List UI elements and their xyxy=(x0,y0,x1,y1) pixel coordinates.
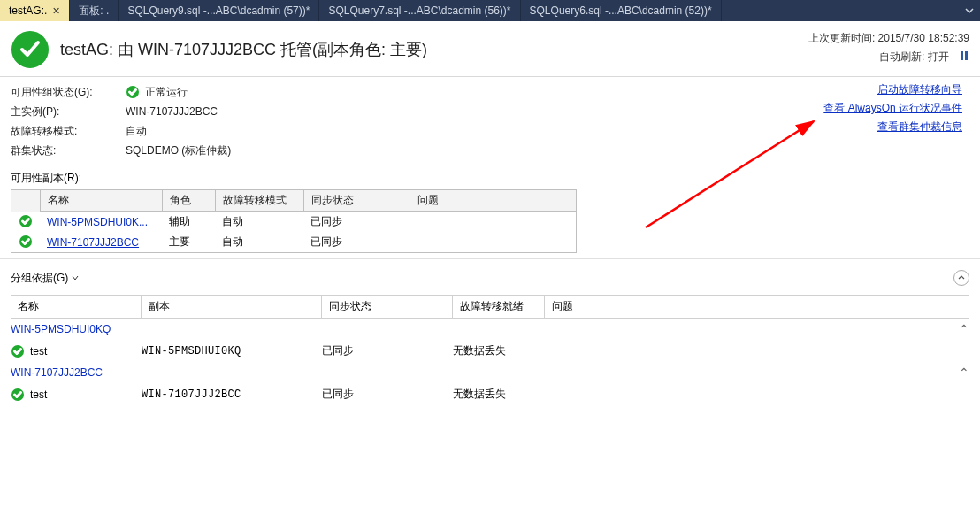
status-value: 正常运行 xyxy=(145,85,188,100)
link-health-events[interactable]: 查看 AlwaysOn 运行状况事件 xyxy=(823,101,962,116)
svg-rect-2 xyxy=(961,51,963,60)
tab-label: SQLQuery7.sql -...ABC\dcadmin (56))* xyxy=(328,4,510,17)
cell-issue xyxy=(410,232,577,253)
table-row[interactable]: WIN-7107JJJ2BCC 主要 自动 已同步 xyxy=(11,232,577,253)
col-sync[interactable]: 同步状态 xyxy=(322,296,453,318)
db-replica: WIN-7107JJJ2BCC xyxy=(142,388,322,401)
pause-icon[interactable] xyxy=(959,50,969,64)
svg-rect-3 xyxy=(965,51,968,60)
collapse-all-button[interactable] xyxy=(953,270,969,286)
cell-role: 主要 xyxy=(162,232,215,253)
cluster-value: SQLDEMO (标准仲裁) xyxy=(126,143,231,158)
panel-label: 面板: . xyxy=(79,4,109,19)
status-ok-icon xyxy=(19,214,33,228)
status-ok-icon xyxy=(19,235,33,249)
group-header[interactable]: WIN-5PMSDHUI0KQ ⌃ xyxy=(0,319,980,340)
auto-refresh-label: 自动刷新: xyxy=(879,50,924,63)
col-replica[interactable]: 副本 xyxy=(142,296,322,318)
col-name[interactable]: 名称 xyxy=(40,190,162,212)
databases-table-header: 名称 副本 同步状态 故障转移就绪 问题 xyxy=(11,295,969,319)
tab-sql6[interactable]: SQLQuery6.sql -...ABC\dcadmin (52))* xyxy=(521,0,722,21)
col-failover[interactable]: 故障转移模式 xyxy=(215,190,303,212)
db-sync: 已同步 xyxy=(322,387,453,402)
group-header[interactable]: WIN-7107JJJ2BCC ⌃ xyxy=(0,362,980,383)
tab-label: SQLQuery9.sql -...ABC\dcadmin (57))* xyxy=(127,4,310,17)
col-name[interactable]: 名称 xyxy=(11,296,142,318)
panel-label-tab: 面板: . xyxy=(70,0,119,21)
cell-failover: 自动 xyxy=(215,232,303,253)
db-name: test xyxy=(30,388,47,401)
close-icon[interactable]: ✕ xyxy=(52,6,60,16)
cell-role: 辅助 xyxy=(162,212,215,233)
failover-value: 自动 xyxy=(126,124,147,139)
replica-link[interactable]: WIN-7107JJJ2BCC xyxy=(47,236,139,249)
db-sync: 已同步 xyxy=(322,343,453,358)
tab-label: SQLQuery6.sql -...ABC\dcadmin (52))* xyxy=(530,4,712,17)
replica-link[interactable]: WIN-5PMSDHUI0K... xyxy=(47,216,148,228)
tab-sql9[interactable]: SQLQuery9.sql -...ABC\dcadmin (57))* xyxy=(119,0,319,21)
status-ok-icon xyxy=(126,85,140,99)
tab-strip: testAG:. ✕ 面板: . SQLQuery9.sql -...ABC\d… xyxy=(0,0,980,21)
tab-label: testAG:. xyxy=(9,4,47,17)
col-failready[interactable]: 故障转移就绪 xyxy=(453,296,545,318)
failover-key: 故障转移模式: xyxy=(11,124,126,139)
group-title: WIN-5PMSDHUI0KQ xyxy=(11,323,111,335)
db-failready: 无数据丢失 xyxy=(453,387,545,402)
cell-failover: 自动 xyxy=(215,212,303,233)
primary-key: 主实例(P): xyxy=(11,104,126,119)
col-issue[interactable]: 问题 xyxy=(545,296,969,318)
tab-testag[interactable]: testAG:. ✕ xyxy=(0,0,70,21)
chevron-up-icon[interactable]: ⌃ xyxy=(959,365,969,380)
last-update-label: 上次更新时间: xyxy=(808,32,875,44)
cluster-key: 群集状态: xyxy=(11,143,126,158)
table-row[interactable]: test WIN-7107JJJ2BCC 已同步 无数据丢失 xyxy=(0,383,980,405)
status-ok-icon xyxy=(11,388,25,402)
dashboard-header: testAG: 由 WIN-7107JJJ2BCC 托管(副本角色: 主要) 上… xyxy=(0,21,980,77)
cell-issue xyxy=(410,212,577,233)
col-issue[interactable]: 问题 xyxy=(410,190,577,212)
page-title: testAG: 由 WIN-7107JJJ2BCC 托管(副本角色: 主要) xyxy=(60,39,427,60)
groupby-label: 分组依据(G) xyxy=(11,271,68,286)
status-key: 可用性组状态(G): xyxy=(11,85,126,100)
table-row[interactable]: test WIN-5PMSDHUI0KQ 已同步 无数据丢失 xyxy=(0,340,980,362)
replicas-title: 可用性副本(R): xyxy=(0,164,980,189)
groupby-dropdown[interactable]: 分组依据(G) xyxy=(11,271,79,286)
db-replica: WIN-5PMSDHUI0KQ xyxy=(142,345,322,358)
db-failready: 无数据丢失 xyxy=(453,343,545,358)
col-sync[interactable]: 同步状态 xyxy=(303,190,410,212)
action-links: 启动故障转移向导 查看 AlwaysOn 运行状况事件 查看群集仲裁信息 xyxy=(823,82,962,138)
link-cluster-quorum[interactable]: 查看群集仲裁信息 xyxy=(823,119,962,135)
status-ok-icon xyxy=(11,344,25,358)
link-failover-wizard[interactable]: 启动故障转移向导 xyxy=(823,82,962,97)
db-name: test xyxy=(30,345,47,358)
col-role[interactable]: 角色 xyxy=(162,190,215,212)
cell-sync: 已同步 xyxy=(303,212,410,233)
cell-sync: 已同步 xyxy=(303,232,410,253)
chevron-up-icon[interactable]: ⌃ xyxy=(959,322,969,336)
replicas-table: 名称 角色 故障转移模式 同步状态 问题 WIN-5PMSDHUI0K... 辅… xyxy=(11,189,577,253)
primary-value: WIN-7107JJJ2BCC xyxy=(126,105,218,118)
status-ok-icon xyxy=(11,30,50,69)
tab-overflow-dropdown-icon[interactable] xyxy=(964,5,975,16)
last-update-value: 2015/7/30 18:52:39 xyxy=(878,32,969,44)
tab-sql7[interactable]: SQLQuery7.sql -...ABC\dcadmin (56))* xyxy=(319,0,520,21)
group-title: WIN-7107JJJ2BCC xyxy=(11,366,103,379)
chevron-down-icon xyxy=(72,272,79,284)
auto-refresh-value: 打开 xyxy=(928,50,949,63)
table-row[interactable]: WIN-5PMSDHUI0K... 辅助 自动 已同步 xyxy=(11,212,577,233)
